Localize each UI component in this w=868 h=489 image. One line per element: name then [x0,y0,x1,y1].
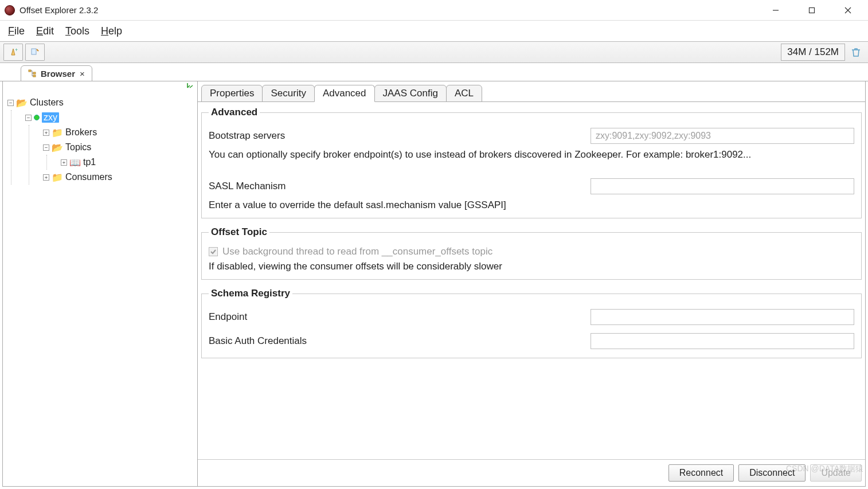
menu-tools[interactable]: Tools [65,25,89,37]
tree-icon [28,69,36,77]
trash-button[interactable] [847,47,865,57]
edit-button[interactable] [25,44,45,61]
document-tabs: Browser × [0,63,868,81]
reconnect-button[interactable]: Reconnect [668,464,734,482]
window-close-button[interactable] [830,2,866,18]
tree-label: Consumers [65,172,112,182]
svg-rect-9 [33,72,36,74]
add-cluster-button[interactable]: + [3,44,23,61]
tree-label: Clusters [30,97,64,108]
tree-node-topics[interactable]: − 📂 Topics [43,140,197,155]
tree-label: Topics [65,142,91,152]
schema-registry-group: Schema Registry Endpoint Basic Auth Cred… [201,288,862,358]
tree-node-consumers[interactable]: + 📁 Consumers [43,170,197,185]
tab-properties[interactable]: Properties [201,85,263,102]
book-icon: 📖 [69,157,81,168]
collapse-toggle[interactable]: − [43,144,49,151]
basic-auth-label: Basic Auth Credentials [209,335,307,347]
menu-help[interactable]: Help [101,25,122,37]
offset-topic-group: Offset Topic Use background thread to re… [201,226,862,280]
tree-label-selected: zxy [42,112,59,123]
tree-node-topic[interactable]: + 📖 tp1 [61,155,197,170]
expand-toggle[interactable]: + [61,159,67,166]
tab-jaas-config[interactable]: JAAS Config [374,85,447,102]
svg-rect-10 [33,75,36,77]
folder-icon: 📁 [52,172,63,183]
advanced-group: Advanced Bootstrap servers You can optio… [201,107,862,218]
update-button[interactable]: Update [810,464,862,482]
offset-topic-legend: Offset Topic [209,226,269,238]
toolbar: + 34M / 152M [0,41,868,63]
details-pane: Properties Security Advanced JAAS Config… [198,81,866,487]
background-thread-label: Use background thread to read from __con… [222,246,492,257]
memory-status: 34M / 152M [781,44,845,61]
menu-edit[interactable]: Edit [36,25,54,37]
status-dot-icon [34,115,40,120]
tree-node-brokers[interactable]: + 📁 Brokers [43,125,197,140]
sasl-mechanism-help: Enter a value to override the default sa… [209,199,854,211]
window-title: Offset Explorer 2.3.2 [19,5,98,15]
expand-toggle[interactable]: + [43,130,49,136]
collapse-icon[interactable] [186,82,194,92]
bootstrap-servers-label: Bootstrap servers [209,130,285,142]
folder-open-icon: 📂 [52,142,63,153]
window-maximize-button[interactable] [794,2,830,18]
basic-auth-input[interactable] [591,333,854,349]
folder-icon: 📁 [52,127,63,138]
sasl-mechanism-input[interactable] [591,178,854,194]
tree-node-cluster[interactable]: − zxy [25,110,197,125]
collapse-toggle[interactable]: − [25,115,32,121]
action-buttons: Reconnect Disconnect Update [198,459,865,486]
endpoint-input[interactable] [591,309,854,325]
tab-browser[interactable]: Browser × [21,65,92,81]
browser-pane: − 📂 Clusters − zxy [2,81,198,487]
tab-close-icon[interactable]: × [80,69,85,79]
advanced-legend: Advanced [209,107,260,118]
svg-rect-6 [32,49,36,54]
app-icon [5,5,15,15]
cluster-tree[interactable]: − 📂 Clusters − zxy [3,92,197,486]
svg-rect-8 [29,70,31,72]
bootstrap-servers-help: You can optionally specify broker endpoi… [209,149,854,161]
window-titlebar: Offset Explorer 2.3.2 [0,0,868,21]
tab-advanced[interactable]: Advanced [314,85,375,102]
svg-text:+: + [15,47,18,53]
expand-toggle[interactable]: + [43,174,49,181]
detail-tabs: Properties Security Advanced JAAS Config… [198,83,865,102]
disconnect-button[interactable]: Disconnect [738,464,806,482]
offset-topic-help: If disabled, viewing the consumer offset… [209,261,854,272]
tab-security[interactable]: Security [262,85,314,102]
tree-label: tp1 [83,157,96,167]
bootstrap-servers-input[interactable] [591,128,854,144]
tab-acl[interactable]: ACL [446,85,482,102]
tab-browser-label: Browser [41,69,75,79]
menu-file[interactable]: File [8,25,25,37]
svg-line-7 [37,49,38,51]
sasl-mechanism-label: SASL Mechanism [209,181,286,192]
endpoint-label: Endpoint [209,311,247,323]
schema-registry-legend: Schema Registry [209,288,292,299]
window-minimize-button[interactable] [758,2,793,18]
tree-label: Brokers [65,127,97,138]
collapse-toggle[interactable]: − [7,100,14,106]
tree-node-clusters[interactable]: − 📂 Clusters [7,95,197,110]
folder-open-icon: 📂 [16,97,28,108]
svg-rect-1 [810,7,815,13]
background-thread-checkbox[interactable] [209,247,218,256]
menubar: File Edit Tools Help [0,21,868,41]
